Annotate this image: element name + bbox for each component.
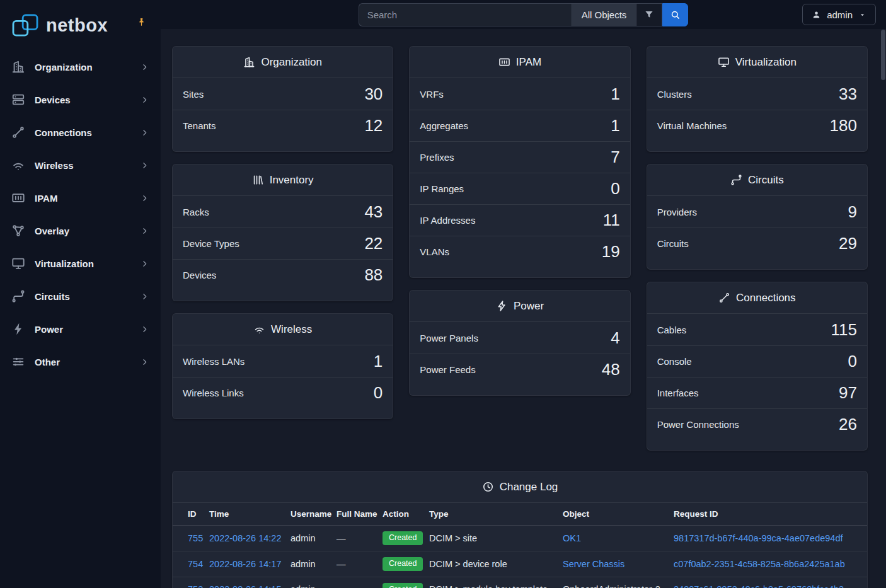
scrollbar-thumb[interactable] [881, 30, 885, 80]
stat-value: 97 [839, 383, 857, 403]
card-title: IPAM [516, 56, 541, 69]
time-link[interactable]: 2022-08-26 14:22 [209, 533, 282, 543]
request-id-link[interactable]: 9817317d-b67f-440a-99ca-4ae07ede94df [674, 533, 843, 543]
sidebar-item-devices[interactable]: Devices [0, 83, 161, 116]
sidebar-item-wireless[interactable]: Wireless [0, 149, 161, 182]
funnel-icon [644, 9, 654, 20]
cell-id: 755 [173, 526, 204, 551]
monitor-icon [718, 56, 730, 68]
cell-time: 2022-08-26 14:17 [204, 551, 285, 577]
object-link[interactable]: Server Chassis [563, 559, 624, 569]
type-text: DCIM > site [429, 533, 477, 543]
time-link[interactable]: 2022-08-26 14:17 [209, 559, 282, 569]
stat-row-clusters[interactable]: Clusters33 [647, 78, 867, 110]
id-link[interactable]: 754 [188, 559, 203, 569]
column-header-type: Type [424, 503, 558, 526]
chevron-right-icon [140, 95, 149, 105]
object-link[interactable]: OK1 [563, 533, 581, 543]
user-name: admin [827, 9, 853, 20]
request-id-link[interactable]: 24807c61-9952-49c6-b8a5-69760bfcc4b3 [674, 584, 844, 588]
sidebar-item-overlay[interactable]: Overlay [0, 214, 161, 247]
action-badge: Created [383, 531, 423, 545]
caret-down-icon [858, 11, 866, 19]
stat-row-device-types[interactable]: Device Types22 [173, 228, 393, 259]
brand[interactable]: netbox [0, 0, 161, 50]
stat-row-circuits[interactable]: Circuits29 [647, 228, 867, 259]
sidebar-item-other[interactable]: Other [0, 345, 161, 378]
transit-icon [11, 289, 25, 303]
stat-row-prefixes[interactable]: Prefixes7 [410, 141, 630, 173]
card-title: Virtualization [735, 56, 797, 69]
sidebar-item-label: IPAM [35, 193, 130, 204]
sidebar-item-power[interactable]: Power [0, 313, 161, 345]
card-power: PowerPower Panels4Power Feeds48 [409, 290, 630, 396]
sidebar-item-label: Overlay [35, 226, 130, 236]
cell-request-id: 24807c61-9952-49c6-b8a5-69760bfcc4b3 [669, 577, 867, 588]
card-header: Inventory [173, 164, 393, 196]
search-submit-button[interactable] [662, 3, 688, 26]
stat-label: Aggregates [420, 120, 468, 131]
stat-row-power-connections[interactable]: Power Connections26 [647, 408, 867, 440]
stat-value: 0 [611, 179, 619, 199]
stat-row-ip-addresses[interactable]: IP Addresses11 [410, 204, 630, 236]
stat-row-cables[interactable]: Cables115 [647, 314, 867, 345]
id-link[interactable]: 753 [188, 584, 203, 588]
stat-row-vrfs[interactable]: VRFs1 [410, 78, 630, 110]
card-title: Circuits [748, 174, 784, 187]
sidebar-item-label: Other [35, 357, 130, 367]
cell-type: DCIM > module bay template [424, 577, 558, 588]
sidebar-item-organization[interactable]: Organization [0, 50, 161, 83]
stat-row-power-feeds[interactable]: Power Feeds48 [410, 354, 630, 385]
stat-row-wireless-links[interactable]: Wireless Links0 [173, 377, 393, 408]
card-organization: OrganizationSites30Tenants12 [172, 46, 393, 152]
sidebar-item-connections[interactable]: Connections [0, 116, 161, 149]
dashboard-column: IPAMVRFs1Aggregates1Prefixes7IP Ranges0I… [409, 46, 630, 396]
stat-row-tenants[interactable]: Tenants12 [173, 110, 393, 141]
sidebar-item-circuits[interactable]: Circuits [0, 280, 161, 313]
sidebar-item-virtualization[interactable]: Virtualization [0, 247, 161, 280]
stat-value: 88 [364, 265, 383, 285]
request-id-link[interactable]: c07f0ab2-2351-4c58-825a-8b6a2425a1ab [674, 559, 845, 569]
stat-label: Clusters [657, 89, 692, 100]
id-link[interactable]: 755 [188, 533, 203, 543]
stat-row-virtual-machines[interactable]: Virtual Machines180 [647, 110, 867, 141]
stat-row-aggregates[interactable]: Aggregates1 [410, 110, 630, 141]
username-text: admin [291, 533, 316, 543]
chevron-right-icon [140, 128, 149, 137]
chevron-right-icon [140, 161, 149, 170]
stat-label: Device Types [183, 238, 239, 249]
search-input[interactable] [359, 3, 572, 26]
filter-button[interactable] [636, 3, 662, 26]
stat-label: VRFs [420, 89, 444, 100]
stat-row-console[interactable]: Console0 [647, 345, 867, 377]
card-header: Circuits [647, 164, 867, 196]
time-link[interactable]: 2022-08-26 14:15 [209, 584, 282, 588]
pin-icon[interactable] [137, 17, 146, 26]
stat-row-interfaces[interactable]: Interfaces97 [647, 377, 867, 408]
stat-row-ip-ranges[interactable]: IP Ranges0 [410, 173, 630, 204]
stat-row-wireless-lans[interactable]: Wireless LANs1 [173, 345, 393, 377]
table-row: 7552022-08-26 14:22admin—CreatedDCIM > s… [173, 526, 867, 551]
stat-value: 33 [839, 84, 857, 104]
stat-row-vlans[interactable]: VLANs19 [410, 236, 630, 267]
card-virtualization: VirtualizationClusters33Virtual Machines… [647, 46, 868, 152]
stat-row-providers[interactable]: Providers9 [647, 196, 867, 228]
shelf-icon [252, 174, 264, 186]
card-header: Virtualization [647, 47, 867, 78]
transit-icon [730, 174, 742, 186]
card-title: Connections [736, 292, 796, 304]
person-icon [812, 10, 821, 20]
cell-id: 753 [173, 577, 204, 588]
stat-row-racks[interactable]: Racks43 [173, 196, 393, 228]
object-type-dropdown[interactable]: All Objects [572, 3, 637, 26]
cell-full-name: — [331, 526, 377, 551]
sidebar-item-ipam[interactable]: IPAM [0, 182, 161, 214]
type-text: DCIM > device role [429, 559, 507, 569]
chevron-right-icon [140, 226, 149, 236]
cell-action: Created [377, 551, 424, 577]
column-header-request-id: Request ID [669, 503, 867, 526]
stat-row-power-panels[interactable]: Power Panels4 [410, 322, 630, 354]
user-menu-button[interactable]: admin [802, 4, 876, 25]
stat-row-devices[interactable]: Devices88 [173, 259, 393, 291]
stat-row-sites[interactable]: Sites30 [173, 78, 393, 110]
